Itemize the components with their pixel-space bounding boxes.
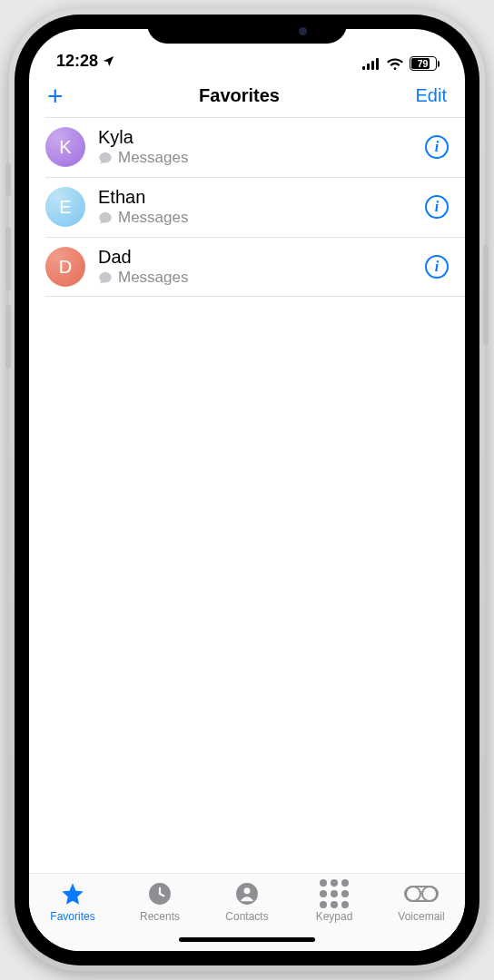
notch bbox=[147, 15, 347, 44]
battery-indicator: 79 bbox=[410, 56, 440, 71]
favorite-row-kyla[interactable]: K Kyla Messages i bbox=[29, 117, 465, 177]
favorites-list: K Kyla Messages i E Ethan bbox=[29, 117, 465, 873]
phone-device-frame: 12:28 79 bbox=[9, 9, 485, 971]
screen: 12:28 79 bbox=[29, 29, 465, 951]
messages-icon bbox=[98, 151, 113, 165]
tab-label: Voicemail bbox=[398, 910, 444, 923]
status-right: 79 bbox=[362, 56, 440, 71]
status-time: 12:28 bbox=[56, 52, 98, 71]
person-icon bbox=[235, 881, 259, 906]
mute-switch bbox=[5, 163, 11, 196]
contact-subtitle: Messages bbox=[98, 268, 425, 288]
volume-down-button bbox=[5, 305, 11, 368]
svg-rect-1 bbox=[367, 64, 370, 70]
favorite-row-dad[interactable]: D Dad Messages i bbox=[29, 237, 465, 297]
contact-name: Kyla bbox=[98, 126, 425, 148]
location-icon bbox=[102, 54, 115, 68]
contact-subtitle: Messages bbox=[98, 148, 425, 168]
contact-name: Ethan bbox=[98, 186, 425, 208]
nav-bar: + Favorites Edit bbox=[29, 73, 465, 117]
row-text: Kyla Messages bbox=[98, 126, 425, 168]
avatar: E bbox=[45, 187, 85, 227]
subtitle-label: Messages bbox=[118, 208, 188, 228]
status-left: 12:28 bbox=[56, 52, 115, 71]
tab-voicemail[interactable]: Voicemail bbox=[385, 881, 458, 923]
keypad-icon bbox=[320, 881, 349, 906]
messages-icon bbox=[98, 211, 113, 225]
edit-button[interactable]: Edit bbox=[416, 85, 447, 106]
info-button[interactable]: i bbox=[425, 135, 449, 159]
svg-point-6 bbox=[244, 887, 251, 894]
star-icon bbox=[60, 881, 85, 906]
home-indicator[interactable] bbox=[179, 937, 315, 942]
tab-label: Recents bbox=[140, 910, 180, 923]
battery-pct: 79 bbox=[418, 58, 429, 69]
avatar: D bbox=[45, 247, 85, 287]
contact-subtitle: Messages bbox=[98, 208, 425, 228]
tab-label: Contacts bbox=[225, 910, 268, 923]
clock-icon bbox=[148, 881, 172, 906]
svg-rect-3 bbox=[376, 58, 379, 70]
subtitle-label: Messages bbox=[118, 148, 188, 168]
tab-recents[interactable]: Recents bbox=[124, 881, 196, 923]
info-button[interactable]: i bbox=[425, 255, 449, 279]
voicemail-icon bbox=[404, 881, 439, 906]
tab-keypad[interactable]: Keypad bbox=[298, 881, 370, 923]
avatar: K bbox=[45, 127, 85, 167]
volume-up-button bbox=[5, 227, 11, 290]
phone-bezel: 12:28 79 bbox=[15, 15, 479, 965]
info-button[interactable]: i bbox=[425, 195, 449, 219]
row-text: Ethan Messages bbox=[98, 186, 425, 228]
tab-label: Keypad bbox=[316, 910, 353, 923]
tab-label: Favorites bbox=[50, 910, 94, 923]
messages-icon bbox=[98, 270, 113, 285]
wifi-icon bbox=[386, 57, 404, 70]
favorite-row-ethan[interactable]: E Ethan Messages i bbox=[29, 177, 465, 237]
svg-rect-2 bbox=[371, 61, 374, 70]
power-button bbox=[483, 245, 489, 345]
cellular-icon bbox=[362, 57, 380, 70]
tab-contacts[interactable]: Contacts bbox=[211, 881, 283, 923]
add-button[interactable]: + bbox=[47, 87, 64, 105]
row-text: Dad Messages bbox=[98, 246, 425, 288]
svg-rect-0 bbox=[362, 66, 365, 70]
tab-favorites[interactable]: Favorites bbox=[36, 881, 109, 923]
page-title: Favorites bbox=[199, 85, 280, 106]
contact-name: Dad bbox=[98, 246, 425, 268]
subtitle-label: Messages bbox=[118, 268, 188, 288]
